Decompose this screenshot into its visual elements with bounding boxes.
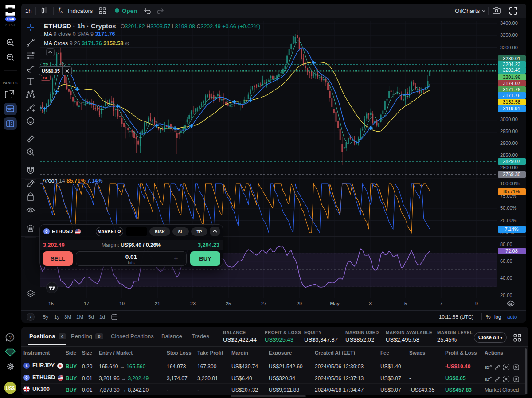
svg-text:LIVE: LIVE bbox=[7, 17, 14, 21]
svg-text:US$: US$ bbox=[6, 386, 15, 391]
svg-text:ID: ID bbox=[485, 365, 489, 370]
svg-text:PANELS: PANELS bbox=[3, 81, 18, 85]
svg-text:ID: ID bbox=[485, 377, 489, 382]
svg-text:2.3.5-1: 2.3.5-1 bbox=[5, 23, 15, 27]
svg-text:?: ? bbox=[9, 336, 12, 340]
svg-text:€: € bbox=[26, 363, 28, 368]
